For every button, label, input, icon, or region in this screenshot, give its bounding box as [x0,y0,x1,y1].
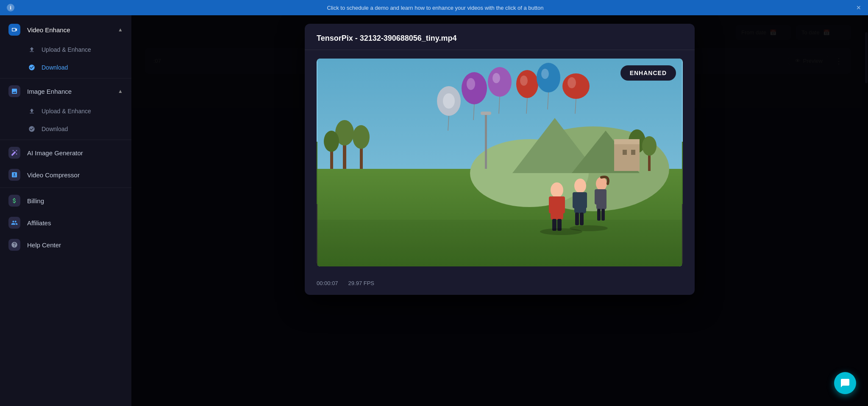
image-icon [8,85,20,97]
affiliates-icon [8,217,20,229]
svg-point-25 [492,73,500,83]
svg-point-11 [353,125,370,149]
top-bar-text: Click to schedule a demo and learn how t… [18,5,853,11]
help-icon [8,239,20,251]
svg-rect-37 [623,150,627,155]
modal-overlay[interactable]: TensorPix - 32132-390688056_tiny.mp4 [131,15,868,406]
sidebar-item-image-enhance[interactable]: Image Enhance ▲ [0,80,131,102]
svg-point-21 [462,72,487,104]
sidebar-subitem-download-video[interactable]: Download [0,59,131,76]
svg-rect-36 [614,143,640,171]
svg-point-15 [642,136,657,156]
top-bar-icon: ℹ [7,4,14,11]
sidebar-subitem-label-upload-image: Upload & Enhance [42,108,91,115]
sidebar-item-label-affiliates: Affiliates [27,219,51,227]
sidebar-item-video-enhance[interactable]: Video Enhance ▲ [0,19,131,41]
sidebar-item-affiliates[interactable]: Affiliates [0,212,131,234]
sidebar-item-label-video-compressor: Video Compressor [27,171,80,179]
check-circle-icon-2 [27,124,36,134]
sidebar-item-label-video-enhance: Video Enhance [27,26,70,34]
enhanced-badge: ENHANCED [620,65,676,81]
chevron-up-icon-2: ▲ [118,88,123,94]
svg-point-22 [467,78,475,90]
svg-rect-43 [560,196,565,213]
video-preview[interactable]: ENHANCED [317,59,683,266]
sidebar-item-ai-image-generator[interactable]: AI Image Generator [0,142,131,164]
chevron-up-icon: ▲ [118,27,123,33]
sidebar-item-label-ai-image-generator: AI Image Generator [27,149,83,157]
svg-rect-56 [597,209,601,221]
sidebar-item-label-image-enhance: Image Enhance [27,88,72,95]
top-bar: ℹ Click to schedule a demo and learn how… [0,0,868,15]
svg-point-31 [541,69,549,79]
sidebar-subitem-download-image[interactable]: Download [0,120,131,138]
svg-rect-60 [317,220,682,266]
svg-point-28 [520,76,528,86]
svg-point-30 [537,63,560,92]
svg-rect-48 [573,192,577,208]
sidebar-subitem-label-upload-video: Upload & Enhance [42,46,91,53]
sidebar: Video Enhance ▲ Upload & Enhance Downloa… [0,15,131,406]
video-container: ENHANCED [317,59,683,266]
svg-rect-17 [481,112,491,115]
svg-point-27 [516,70,538,98]
upload-icon [27,45,36,54]
chat-button[interactable] [834,372,856,394]
sidebar-subitem-upload-enhance-image[interactable]: Upload & Enhance [0,102,131,120]
close-icon[interactable]: ✕ [856,4,861,11]
content-area: From date 📅 To date 📅 :07 👁 Preview [131,15,868,406]
wand-icon [8,147,20,159]
svg-point-33 [562,73,590,99]
svg-rect-57 [601,209,605,221]
timecode: 00:00:07 [317,280,338,286]
right-panel: From date 📅 To date 📅 :07 👁 Preview [131,15,868,406]
svg-rect-42 [549,196,554,213]
sidebar-item-label-help-center: Help Center [27,241,61,249]
svg-point-19 [443,93,455,109]
fps: 29.97 FPS [348,280,374,286]
sidebar-section-image-enhance: Image Enhance ▲ Upload & Enhance Downloa… [0,80,131,138]
svg-rect-16 [485,114,487,169]
sidebar-item-label-billing: Billing [27,197,44,204]
svg-point-52 [596,177,607,190]
preview-modal: TensorPix - 32132-390688056_tiny.mp4 [305,24,695,295]
compress-icon [8,169,20,181]
modal-title: TensorPix - 32132-390688056_tiny.mp4 [317,34,683,43]
modal-meta: 00:00:07 29.97 FPS [305,275,695,295]
upload-icon-2 [27,106,36,116]
dollar-icon [8,195,20,207]
svg-rect-39 [614,139,640,144]
svg-rect-54 [595,189,599,204]
sidebar-section-video-enhance: Video Enhance ▲ Upload & Enhance Downloa… [0,19,131,76]
sidebar-subitem-label-download-video: Download [42,64,68,71]
check-circle-icon [27,63,36,72]
svg-point-9 [324,131,339,152]
svg-rect-49 [582,192,587,208]
sidebar-subitem-upload-enhance-video[interactable]: Upload & Enhance [0,41,131,59]
sidebar-item-help-center[interactable]: Help Center [0,234,131,256]
sidebar-item-billing[interactable]: Billing [0,190,131,212]
video-icon [8,24,20,36]
svg-rect-38 [631,150,635,155]
svg-point-34 [568,77,576,88]
sidebar-subitem-label-download-image: Download [42,126,68,132]
sidebar-item-video-compressor[interactable]: Video Compressor [0,164,131,186]
modal-header: TensorPix - 32132-390688056_tiny.mp4 [305,24,695,50]
svg-rect-55 [602,189,606,204]
svg-point-46 [574,179,586,193]
svg-point-40 [551,182,563,198]
svg-point-24 [488,67,512,97]
